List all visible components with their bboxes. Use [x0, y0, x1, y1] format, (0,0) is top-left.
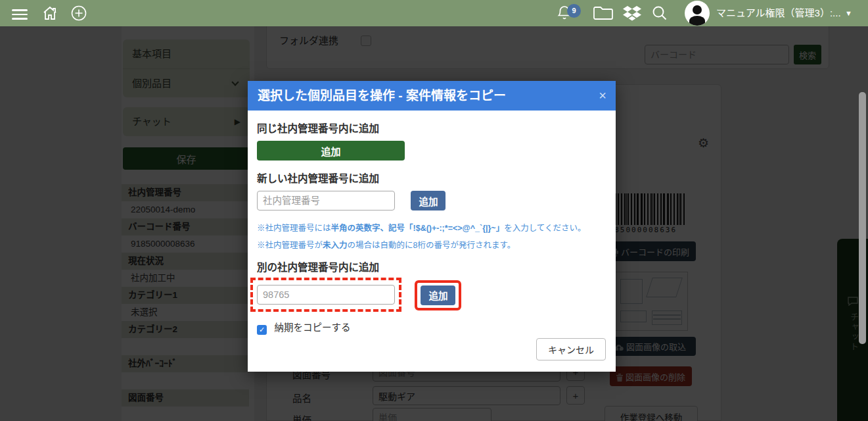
- highlight-solid-box: 追加: [415, 280, 461, 310]
- add-new-icon[interactable]: [71, 5, 87, 21]
- modal-header: 選択した個別品目を操作 - 案件情報をコピー ×: [248, 81, 616, 111]
- user-menu-label[interactable]: マニュアル権限（管理3）:...: [716, 0, 841, 26]
- notification-count-badge: 9: [567, 4, 581, 18]
- auto-number-hint: ※社内管理番号が未入力の場合は自動的に8桁の番号が発行されます。: [257, 238, 606, 251]
- copy-item-modal: 選択した個別品目を操作 - 案件情報をコピー × 同じ社内管理番号内に追加 追加…: [248, 81, 616, 372]
- search-icon[interactable]: [652, 5, 668, 21]
- user-avatar[interactable]: [685, 1, 710, 26]
- copy-due-date-label: 納期をコピーする: [274, 322, 350, 333]
- input-rule-hint: ※社内管理番号には半角の英数字、記号「!$&()+-:;*=<>@^_`{|}~…: [257, 221, 606, 234]
- same-number-heading: 同じ社内管理番号内に追加: [257, 111, 606, 135]
- add-other-number-button[interactable]: 追加: [421, 285, 455, 305]
- chevron-down-icon[interactable]: ▼: [845, 0, 852, 26]
- copy-due-date-checkbox[interactable]: ✓: [257, 325, 267, 335]
- modal-title: 選択した個別品目を操作 - 案件情報をコピー: [248, 81, 616, 111]
- new-number-input[interactable]: [257, 191, 395, 210]
- top-navigation-bar: 9 マニュアル権限（管理3）:... ▼: [0, 0, 868, 26]
- folder-icon[interactable]: [593, 7, 609, 22]
- cancel-button[interactable]: キャンセル: [536, 338, 606, 360]
- dropbox-icon[interactable]: [622, 6, 638, 22]
- close-icon[interactable]: ×: [599, 81, 606, 111]
- add-new-number-button[interactable]: 追加: [411, 191, 445, 210]
- scrollbar-thumb[interactable]: [859, 92, 866, 344]
- other-number-input[interactable]: [257, 285, 395, 305]
- add-same-number-button[interactable]: 追加: [257, 141, 405, 161]
- hamburger-menu-icon[interactable]: [12, 7, 28, 22]
- other-number-heading: 別の社内管理番号内に追加: [257, 259, 606, 274]
- new-number-heading: 新しい社内管理番号に追加: [257, 170, 606, 185]
- home-icon[interactable]: [42, 5, 58, 21]
- highlight-dashed-box: [250, 278, 401, 312]
